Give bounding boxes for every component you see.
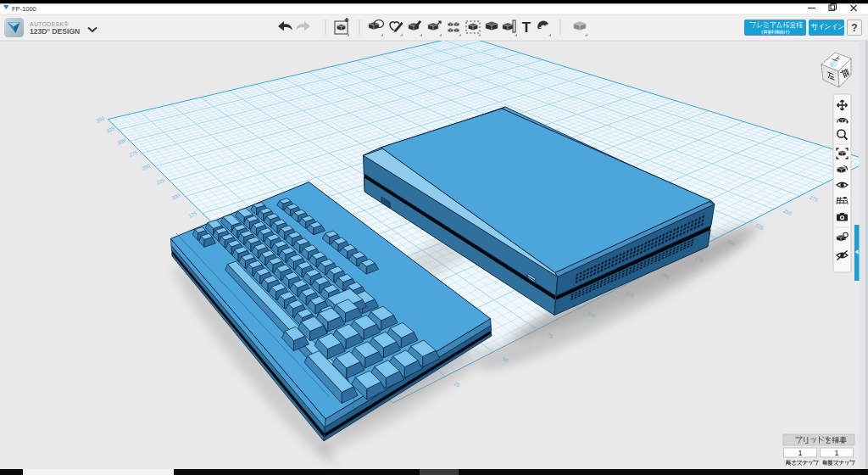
svg-text:1: 1 (798, 449, 802, 457)
svg-text:1: 1 (834, 449, 838, 457)
svg-text:T: T (522, 20, 531, 36)
svg-text:?: ? (851, 22, 857, 34)
svg-text:AUTODESK®: AUTODESK® (30, 21, 69, 27)
svg-text:123D° DESIGN: 123D° DESIGN (30, 27, 80, 36)
svg-text:FP-1000: FP-1000 (12, 5, 36, 13)
